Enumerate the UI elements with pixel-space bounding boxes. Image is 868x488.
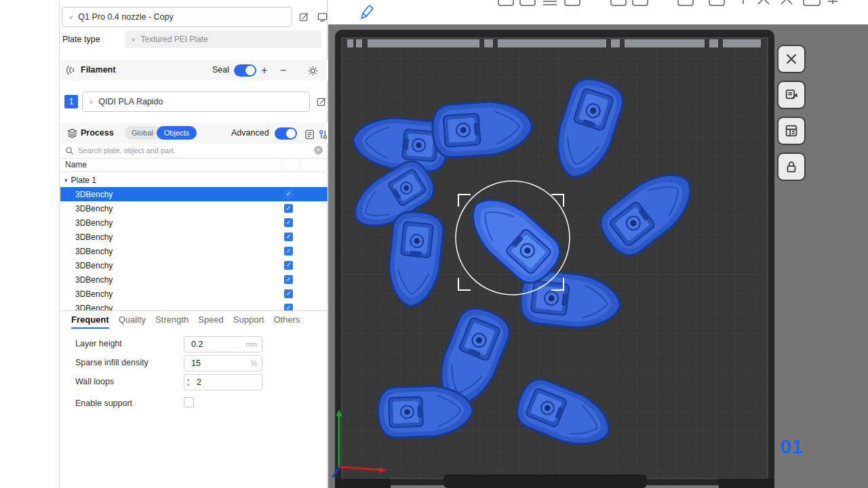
- enable-support-label: Enable support: [75, 399, 132, 408]
- printer-preset-select[interactable]: ∨ Q1 Pro 0.4 nozzle - Copy: [62, 7, 292, 27]
- printer-preset-value: Q1 Pro 0.4 nozzle - Copy: [78, 12, 173, 22]
- object-name: 3DBenchy: [75, 190, 113, 199]
- layer-height-input-box: mm: [184, 336, 262, 352]
- filament-icon: [66, 64, 78, 76]
- object-visible-checkbox[interactable]: ✓: [284, 232, 293, 241]
- object-name: 3DBenchy: [75, 247, 113, 256]
- sparse-infill-label: Sparse infill density: [75, 358, 149, 367]
- object-row[interactable]: 3DBenchy ✓: [60, 287, 328, 301]
- edit-preset-icon[interactable]: [297, 10, 311, 24]
- object-name: 3DBenchy: [75, 232, 113, 242]
- app-window: ∨ Q1 Pro 0.4 nozzle - Copy Plate type ∨ …: [0, 0, 868, 488]
- plate-type-value: Textured PEI Plate: [140, 35, 208, 44]
- process-layers-icon: [66, 127, 78, 139]
- chevron-down-icon: ∨: [68, 14, 73, 20]
- filament-settings-gear-icon[interactable]: [306, 64, 319, 77]
- wall-loops-input[interactable]: [195, 375, 236, 389]
- filament-section-header: Filament Seal + −: [60, 60, 328, 81]
- object-visible-checkbox[interactable]: ✓: [284, 247, 293, 256]
- search-row: ×: [60, 144, 328, 157]
- object-name: 3DBenchy: [75, 304, 113, 311]
- filament-name: QIDI PLA Rapido: [98, 97, 163, 106]
- chevron-down-icon: ∨: [89, 99, 94, 105]
- tab-speed[interactable]: Speed: [198, 314, 224, 325]
- add-filament-button[interactable]: +: [261, 60, 267, 81]
- sparse-infill-row: Sparse infill density %: [60, 355, 328, 371]
- lock-plate-button[interactable]: [777, 152, 806, 181]
- filament-title: Filament: [81, 60, 115, 81]
- wall-loops-input-box: ▴ ▾: [184, 374, 262, 390]
- object-row[interactable]: 3DBenchy ✓: [60, 201, 328, 216]
- object-row[interactable]: 3DBenchy ✓: [60, 244, 328, 258]
- object-row[interactable]: 3DBenchy ✓: [60, 258, 328, 272]
- compare-presets-icon[interactable]: [316, 127, 330, 141]
- object-visible-checkbox[interactable]: ✓: [284, 190, 293, 199]
- remove-filament-button[interactable]: −: [280, 60, 286, 81]
- parameter-table-icon[interactable]: [302, 127, 316, 141]
- tab-quality[interactable]: Quality: [119, 314, 146, 325]
- tab-support[interactable]: Support: [233, 314, 264, 325]
- tab-strength[interactable]: Strength: [155, 314, 189, 325]
- column-divider: [299, 159, 300, 171]
- name-column-header: Name: [65, 160, 87, 169]
- plate-top-clips: [347, 39, 761, 47]
- edit-filament-icon[interactable]: [315, 95, 328, 108]
- seal-toggle[interactable]: [234, 64, 256, 77]
- layer-height-unit: mm: [245, 341, 257, 348]
- printer-monitor-icon[interactable]: [315, 10, 329, 24]
- seal-label: Seal: [212, 60, 229, 81]
- object-row[interactable]: 3DBenchy ✓: [60, 301, 328, 310]
- plate-type-select[interactable]: ∨ Textured PEI Plate: [125, 30, 321, 48]
- plate-tree-label: Plate 1: [71, 176, 96, 185]
- object-row[interactable]: 3DBenchy ✓: [60, 230, 328, 244]
- object-visible-checkbox[interactable]: ✓: [284, 304, 293, 310]
- chevron-down-icon: ∨: [131, 37, 136, 43]
- enable-support-checkbox[interactable]: [184, 397, 194, 407]
- plate-number-badge[interactable]: 01: [776, 435, 807, 458]
- clear-search-icon[interactable]: ×: [314, 146, 323, 155]
- search-input[interactable]: [77, 144, 307, 157]
- object-visible-checkbox[interactable]: ✓: [284, 204, 293, 213]
- object-name: 3DBenchy: [75, 261, 113, 270]
- advanced-toggle[interactable]: [275, 127, 297, 140]
- plate-settings-button[interactable]: [777, 117, 806, 145]
- object-visible-checkbox[interactable]: ✓: [284, 289, 293, 298]
- filament-select[interactable]: ∨ QIDI PLA Rapido: [82, 92, 310, 112]
- object-visible-checkbox[interactable]: ✓: [284, 275, 293, 284]
- object-visible-checkbox[interactable]: ✓: [284, 261, 293, 270]
- object-row[interactable]: 3DBenchy ✓: [60, 272, 328, 287]
- process-tabs: Frequent Quality Strength Speed Support …: [60, 310, 328, 328]
- scope-global-button[interactable]: Global: [125, 126, 161, 140]
- object-name: 3DBenchy: [75, 204, 113, 214]
- tab-others[interactable]: Others: [273, 314, 300, 325]
- scope-objects-button[interactable]: Objects: [157, 126, 197, 140]
- left-rail: [0, 0, 60, 488]
- layer-height-label: Layer height: [75, 339, 122, 348]
- object-name: 3DBenchy: [75, 218, 113, 228]
- wall-loops-label: Wall loops: [75, 377, 114, 386]
- tree-expand-icon[interactable]: ▾: [64, 177, 68, 184]
- spin-up-icon[interactable]: ▴: [187, 377, 194, 382]
- object-tree: ▾ Plate 1 3DBenchy ✓ 3DBenchy ✓ 3DBenchy…: [60, 173, 328, 310]
- filament-index-badge: 1: [64, 95, 78, 108]
- wall-loops-row: Wall loops ▴ ▾: [60, 374, 328, 390]
- spinner-arrows[interactable]: ▴ ▾: [187, 377, 194, 388]
- tab-frequent[interactable]: Frequent: [71, 314, 109, 325]
- auto-orient-button[interactable]: [777, 81, 806, 109]
- search-icon: [65, 146, 74, 158]
- object-row[interactable]: 3DBenchy ✓: [60, 216, 328, 230]
- layer-height-input[interactable]: [190, 337, 239, 351]
- viewport-side-toolbar: [777, 45, 806, 181]
- object-name: 3DBenchy: [75, 289, 113, 299]
- spin-down-icon[interactable]: ▾: [187, 382, 194, 388]
- viewport-3d[interactable]: 01: [328, 0, 868, 488]
- column-divider: [281, 159, 282, 171]
- layer-height-row: Layer height mm: [60, 336, 328, 352]
- plate-tree-row[interactable]: ▾ Plate 1: [60, 173, 328, 187]
- object-visible-checkbox[interactable]: ✓: [284, 218, 293, 227]
- process-scope-switch: Global Objects: [125, 126, 197, 140]
- advanced-label: Advanced: [231, 123, 269, 144]
- close-plate-button[interactable]: [777, 45, 806, 73]
- sparse-infill-input[interactable]: [190, 356, 239, 370]
- object-row[interactable]: 3DBenchy ✓: [60, 187, 328, 201]
